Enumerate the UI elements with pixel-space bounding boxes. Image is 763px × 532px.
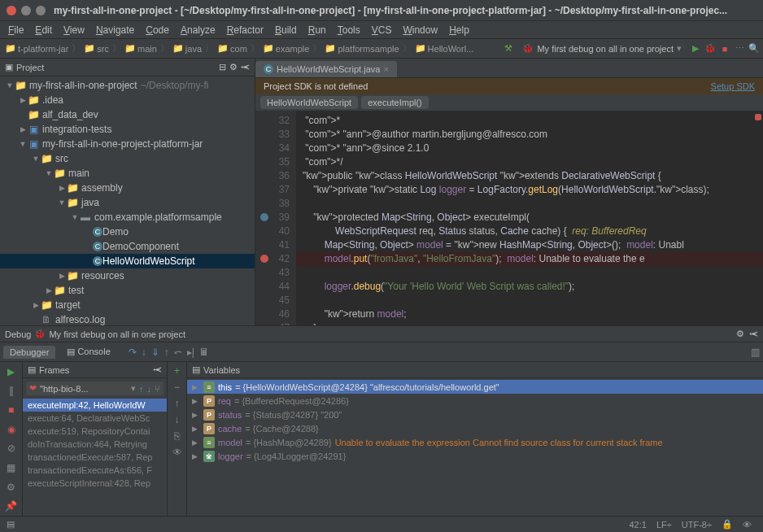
mute-bp-icon[interactable]: ⊘ [5, 443, 18, 456]
maximize-icon[interactable] [36, 6, 46, 15]
breadcrumb[interactable]: 📁main [123, 43, 159, 54]
breadcrumb[interactable]: 📁platformsample [323, 43, 400, 54]
step-out-icon[interactable]: ↑ [164, 347, 169, 358]
variable-row[interactable]: ▶※logger = {Log4JLogger@24291} [187, 449, 763, 463]
collapse-icon[interactable]: ⊟ [219, 62, 226, 72]
menu-edit[interactable]: Edit [30, 23, 57, 37]
evaluate-icon[interactable]: 🖩 [199, 347, 209, 358]
code-line[interactable]: "kw">private "kw">static Log logger = Lo… [296, 183, 763, 197]
filter-icon[interactable]: ⑂ [155, 384, 160, 394]
copy-icon[interactable]: ⎘ [174, 430, 180, 442]
code-line[interactable]: logger.debug("Your 'Hello World' Web Scr… [296, 280, 763, 294]
tab-console[interactable]: ▤ Console [60, 345, 116, 359]
code-line[interactable]: "kw">protected Map<String, Object> execu… [296, 211, 763, 225]
run-to-cursor-icon[interactable]: ▸| [187, 347, 194, 358]
code-line[interactable]: } [296, 321, 763, 325]
inspect-icon[interactable]: 👁 [738, 520, 756, 530]
prev-icon[interactable]: ↑ [139, 384, 144, 394]
code-line[interactable]: "com">* "ann">@since 2.1.0 [296, 142, 763, 155]
frame-row[interactable]: doInTransaction:464, Retrying [23, 438, 167, 451]
breadcrumb[interactable]: 📁example [261, 43, 312, 54]
layout-icon[interactable]: ▥ [751, 347, 760, 358]
stop-icon[interactable]: ■ [5, 403, 18, 416]
breadcrumb[interactable]: 📁src [82, 43, 111, 54]
override-icon[interactable] [260, 213, 268, 221]
breadcrumb-method[interactable]: executeImpl() [361, 96, 429, 109]
code-line[interactable]: "com">* [296, 114, 763, 128]
thread-select[interactable]: ❤ "http-bio-8... ▾ ↑ ↓ ⑂ [26, 382, 164, 395]
tree-item[interactable]: 🗎alfresco.log [0, 312, 255, 325]
error-indicator-icon[interactable] [755, 114, 761, 120]
variable-row[interactable]: ▶Pstatus = {Status@24287} "200" [187, 408, 763, 421]
more-icon[interactable]: ⋯ [734, 43, 745, 55]
code-line[interactable] [296, 266, 763, 280]
settings-icon[interactable]: ⚙ [5, 481, 18, 494]
variable-row[interactable]: ▶Pcache = {Cache@24288} [187, 421, 763, 435]
hide-icon[interactable]: ⥷ [241, 62, 250, 72]
variable-row[interactable]: ▶≡this = {HelloWorldWebScript@24284} "al… [187, 380, 763, 394]
layout-restore-icon[interactable]: ▦ [5, 461, 18, 474]
menu-file[interactable]: File [3, 23, 28, 37]
variables-list[interactable]: ▶≡this = {HelloWorldWebScript@24284} "al… [187, 378, 763, 516]
frame-row[interactable]: transactionedExecuteAs:656, F [23, 464, 167, 477]
tree-item[interactable]: ▶📁assembly [0, 181, 255, 195]
menu-vcs[interactable]: VCS [367, 23, 397, 37]
tree-item[interactable]: CHelloWorldWebScript [0, 254, 255, 268]
code-line[interactable]: "com">* "ann">@author martin.bergljung@a… [296, 128, 763, 142]
lock-icon[interactable]: 🔒 [717, 519, 738, 530]
tree-item[interactable]: ▶📁test [0, 283, 255, 298]
debug-icon[interactable]: 🐞 [704, 43, 716, 55]
frame-row[interactable]: execute:519, RepositoryContai [23, 425, 167, 438]
breadcrumb[interactable]: 📁com [216, 43, 249, 54]
code-editor[interactable]: 323334353637383940414243444546474849 "co… [255, 111, 763, 325]
project-tool-icon[interactable]: ▣ [5, 62, 13, 72]
tab-debugger[interactable]: Debugger [3, 346, 55, 359]
step-into-icon[interactable]: ↓ [142, 347, 146, 358]
status-encoding[interactable]: UTF-8÷ [677, 520, 717, 530]
status-position[interactable]: 42:1 [625, 520, 652, 530]
pin-icon[interactable]: 📌 [5, 499, 18, 512]
todo-icon[interactable]: ▤ [7, 519, 15, 530]
down-icon[interactable]: ↓ [175, 414, 180, 425]
menu-code[interactable]: Code [141, 23, 174, 37]
new-watch-icon[interactable]: + [174, 365, 180, 377]
frame-row[interactable]: executeScriptInternal:428, Rep [23, 477, 167, 490]
tree-item[interactable]: ▼▬com.example.platformsample [0, 210, 255, 225]
tree-item[interactable]: ▶📁target [0, 298, 255, 312]
hide-icon[interactable]: ⥷ [749, 329, 758, 339]
code-line[interactable]: model.put("fromJava", "HelloFromJava"); … [296, 252, 763, 266]
run-icon[interactable]: ▶ [690, 43, 701, 55]
close-tab-icon[interactable]: × [383, 64, 388, 74]
gear-icon[interactable]: ⚙ [229, 62, 238, 72]
variable-row[interactable]: ▶Preq = {BufferedRequest@24286} [187, 394, 763, 408]
code-line[interactable]: WebScriptRequest req, Status status, Cac… [296, 225, 763, 238]
breadcrumb[interactable]: 📁java [171, 43, 203, 54]
project-tree[interactable]: ▼📁my-first-all-in-one-project~/Desktop/m… [0, 76, 255, 325]
code-line[interactable] [296, 294, 763, 307]
breadcrumb-class[interactable]: HelloWorldWebScript [260, 96, 358, 109]
tree-item[interactable]: ▶📁resources [0, 268, 255, 283]
menu-navigate[interactable]: Navigate [91, 23, 139, 37]
remove-watch-icon[interactable]: − [174, 382, 180, 393]
step-over-icon[interactable]: ↷ [129, 347, 137, 358]
menu-run[interactable]: Run [303, 23, 331, 37]
pause-icon[interactable]: ‖ [5, 385, 18, 398]
resume-icon[interactable]: ▶ [5, 365, 18, 378]
drop-frame-icon[interactable]: ⤺ [174, 347, 182, 358]
tree-item[interactable]: ▼📁main [0, 166, 255, 181]
tree-item[interactable]: ▼📁src [0, 151, 255, 166]
menu-analyze[interactable]: Analyze [176, 23, 220, 37]
tree-item[interactable]: CDemoComponent [0, 239, 255, 254]
setup-sdk-link[interactable]: Setup SDK [711, 81, 755, 91]
menu-build[interactable]: Build [270, 23, 302, 37]
menu-tools[interactable]: Tools [333, 23, 365, 37]
stop-icon[interactable]: ■ [719, 43, 730, 55]
tree-item[interactable]: ▼📁my-first-all-in-one-project~/Desktop/m… [0, 78, 255, 93]
tree-item[interactable]: 📁alf_data_dev [0, 107, 255, 122]
variable-row[interactable]: ▶≡model = {HashMap@24289} Unable to eval… [187, 435, 763, 449]
menu-refactor[interactable]: Refactor [222, 23, 268, 37]
breadcrumb[interactable]: 📁HelloWorl... [413, 43, 476, 54]
tree-item[interactable]: ▶📁.idea [0, 93, 255, 107]
breakpoint-icon[interactable] [260, 255, 268, 263]
menu-help[interactable]: Help [444, 23, 474, 37]
